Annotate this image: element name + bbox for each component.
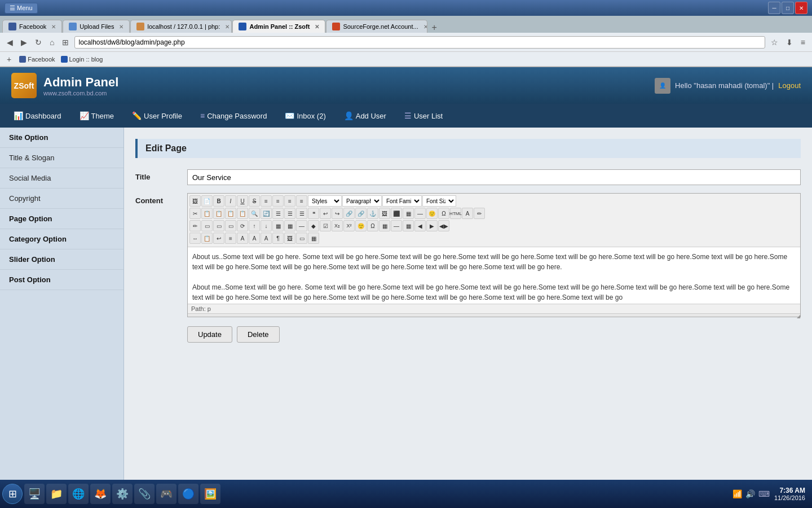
sidebar-item-page-option[interactable]: Page Option	[0, 209, 123, 229]
nav-dashboard[interactable]: 📊 Dashboard	[6, 108, 69, 124]
tb-checkbox-btn[interactable]: ☑	[320, 220, 331, 231]
tb-grid-btn[interactable]: ▦	[379, 220, 390, 231]
tb-redo-btn[interactable]: ↪	[332, 208, 343, 219]
taskbar-icon-media[interactable]: 📎	[134, 484, 155, 504]
sidebar-item-copyright[interactable]: Copyright	[0, 189, 123, 209]
bookmarks-manage[interactable]: +	[5, 54, 14, 65]
back-button[interactable]: ◀	[5, 37, 15, 48]
tb-underline-btn[interactable]: U	[237, 195, 248, 207]
tb-table3-btn[interactable]: ▦	[284, 220, 295, 231]
tb-image-btn[interactable]: 🖼	[189, 195, 201, 207]
sidebar-item-category-option[interactable]: Category Option	[0, 229, 123, 249]
nav-inbox[interactable]: ✉️ Inbox (2)	[277, 108, 333, 124]
update-button[interactable]: Update	[187, 326, 232, 343]
tab-upload-close[interactable]: ✕	[119, 24, 123, 30]
tb-paste-text-btn[interactable]: 📋	[225, 208, 236, 219]
reload-button[interactable]: ↻	[33, 37, 44, 48]
sidebar-item-social-media[interactable]: Social Media	[0, 168, 123, 189]
logout-link[interactable]: Logout	[778, 81, 801, 90]
sidebar-item-post-option[interactable]: Post Option	[0, 270, 123, 290]
tb-list-ol-btn[interactable]: ☰	[284, 208, 295, 219]
tb-spell-btn[interactable]: ▭	[225, 220, 236, 231]
tb-quote-btn[interactable]: ❝	[308, 208, 319, 219]
taskbar-icon-folder[interactable]: 📁	[46, 484, 67, 504]
tb-rule-btn[interactable]: —	[414, 208, 426, 219]
maximize-button[interactable]: □	[782, 2, 794, 14]
tb-font-family-select[interactable]: Font Family	[382, 195, 422, 207]
tb-superscript-btn[interactable]: ↑	[249, 220, 260, 231]
minimize-button[interactable]: ─	[768, 2, 780, 14]
tab-facebook[interactable]: Facebook ✕	[2, 20, 62, 33]
nav-user-profile[interactable]: ✏️ User Profile	[124, 108, 190, 124]
tb-omega-btn[interactable]: Ω	[367, 220, 378, 231]
nav-theme[interactable]: 📈 Theme	[72, 108, 122, 124]
tb-print-btn[interactable]: ▭	[213, 220, 224, 231]
tb-font-color-btn[interactable]: A	[462, 208, 473, 219]
tb-img-insert-btn[interactable]: 🖼	[284, 233, 295, 244]
tb-cut-btn[interactable]: ✂	[189, 208, 201, 219]
tb-indent-btn[interactable]: ☰	[296, 208, 307, 219]
new-tab-button[interactable]: +	[428, 23, 440, 33]
tb-find-replace-btn[interactable]: 🔄	[261, 208, 272, 219]
tb-unlink-btn[interactable]: 🔗	[355, 208, 367, 219]
tb-bg-color-btn[interactable]: ✏	[474, 208, 485, 219]
tb-copy2-btn[interactable]: 📋	[201, 233, 213, 244]
tab-sourceforge[interactable]: SourceForge.net Account... ✕	[326, 20, 427, 33]
tb-media-prev-btn[interactable]: ◀	[414, 220, 426, 231]
tab-facebook-close[interactable]: ✕	[51, 24, 56, 30]
tb-find-btn[interactable]: 🔍	[249, 208, 260, 219]
tb-paste-btn[interactable]: 📋	[213, 208, 224, 219]
tb-font3-btn[interactable]: A	[249, 233, 260, 244]
bookmark-login[interactable]: Login :: blog	[61, 56, 103, 63]
tb-special-char-btn[interactable]: Ω	[438, 208, 449, 219]
tb-line-btn[interactable]: —	[391, 220, 402, 231]
tb-strikethrough-btn[interactable]: S	[249, 195, 260, 207]
taskbar-icon-image[interactable]: 🖼️	[200, 484, 220, 504]
tb-indent2-btn[interactable]: ≡	[225, 233, 236, 244]
tb-grid3-btn[interactable]: ▦	[308, 233, 319, 244]
tb-subscript-btn[interactable]: ↓	[261, 220, 272, 231]
tb-font2-btn[interactable]: A	[237, 233, 248, 244]
tb-grid2-btn[interactable]: ▦	[403, 220, 414, 231]
tb-text-color-btn[interactable]: A	[261, 233, 272, 244]
tb-link-btn[interactable]: 🔗	[343, 208, 355, 219]
sidebar-item-title-slogan[interactable]: Title & Slogan	[0, 148, 123, 168]
taskbar-icon-opera[interactable]: 🔵	[178, 484, 198, 504]
tb-html-btn[interactable]: HTML	[450, 208, 461, 219]
tb-sub-btn[interactable]: X₂	[332, 220, 343, 231]
tb-anchor-btn[interactable]: ⚓	[367, 208, 378, 219]
tb-italic-btn[interactable]: I	[225, 195, 236, 207]
tb-media-all-btn[interactable]: ◀▶	[438, 220, 449, 231]
bookmark-facebook[interactable]: Facebook	[19, 56, 55, 63]
editor-resize-handle[interactable]: ◢	[188, 313, 800, 317]
tb-justify-btn[interactable]: ≡	[296, 195, 307, 207]
tb-sup-btn[interactable]: X²	[343, 220, 355, 231]
download-button[interactable]: ⬇	[784, 37, 795, 48]
editor-content[interactable]: About us..Some text will be go here. Som…	[188, 247, 800, 304]
tb-align-right-btn[interactable]: ≡	[284, 195, 295, 207]
tb-undo-btn[interactable]: ↩	[320, 208, 331, 219]
address-input[interactable]	[74, 36, 765, 49]
tb-smiley-btn[interactable]: 🙂	[426, 208, 438, 219]
tb-media-next-btn[interactable]: ▶	[426, 220, 438, 231]
grid-button[interactable]: ⊞	[60, 37, 71, 48]
tab-localhost-close[interactable]: ✕	[225, 24, 230, 30]
tb-table-btn[interactable]: ▦	[403, 208, 414, 219]
delete-button[interactable]: Delete	[237, 326, 280, 343]
tb-flash-btn[interactable]: ⬛	[391, 208, 402, 219]
tb-table2-btn[interactable]: ▦	[272, 220, 284, 231]
tab-admin-panel[interactable]: Admin Panel :: Zsoft ✕	[232, 20, 325, 33]
tab-admin-close[interactable]: ✕	[315, 24, 319, 30]
close-button[interactable]: ✕	[795, 2, 807, 14]
sidebar-item-site-option[interactable]: Site Option	[0, 128, 123, 148]
tab-upload-files[interactable]: Upload Files ✕	[63, 20, 130, 33]
tb-pagebreak-btn[interactable]: ◆	[308, 220, 319, 231]
nav-user-list[interactable]: ☰ User List	[396, 108, 451, 124]
tb-align-left-btn[interactable]: ≡	[261, 195, 272, 207]
tb-hr-btn[interactable]: —	[296, 220, 307, 231]
title-input[interactable]	[187, 169, 801, 185]
tb-image2-btn[interactable]: 🖼	[379, 208, 390, 219]
tb-source-btn[interactable]: 📄	[201, 195, 213, 207]
taskbar-icon-game[interactable]: 🎮	[156, 484, 176, 504]
tb-bold-btn[interactable]: B	[213, 195, 224, 207]
